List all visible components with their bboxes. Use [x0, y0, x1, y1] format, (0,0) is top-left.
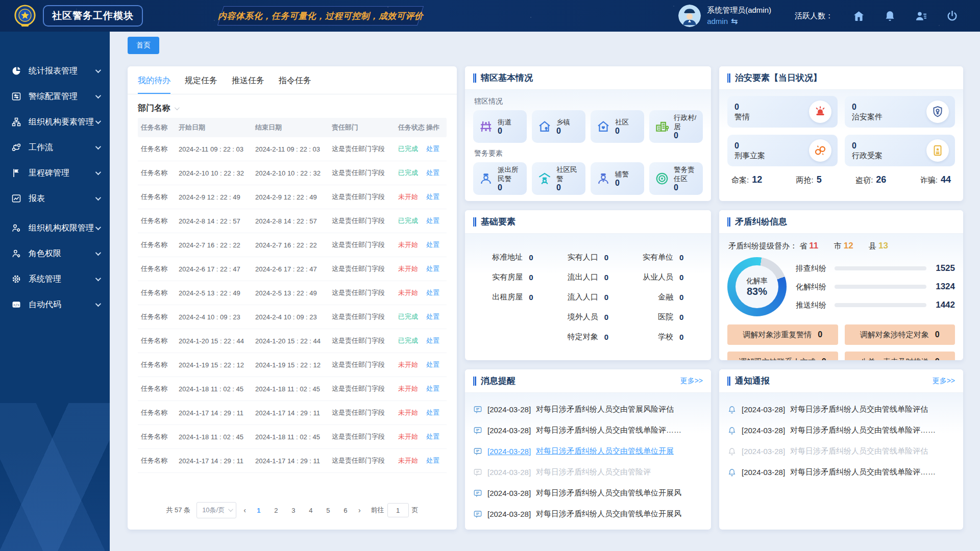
tab-home[interactable]: 首页 — [128, 37, 159, 54]
dispute-action-button[interactable]: 调解对象涉特定对象0 — [845, 324, 955, 345]
handle-link[interactable]: 处置 — [426, 384, 447, 393]
sidebar-item-system[interactable]: 系统管理 — [0, 266, 110, 292]
sidebar-item-org-elements[interactable]: 组织机构要素管理 — [0, 109, 110, 135]
user-zone: 系统管理员(admin) admin⇆ 活跃人数： — [678, 5, 980, 27]
kv-item: 从业人员0 — [626, 268, 701, 287]
tab-pushed-tasks[interactable]: 推送任务 — [232, 76, 264, 94]
page-number[interactable]: 6 — [340, 507, 351, 514]
slogan-banner: 内容体系化，任务可量化，过程可控制，成效可评价 — [217, 6, 424, 26]
status-badge: 未开始 — [398, 264, 426, 273]
total-count: 共 57 条 — [166, 506, 190, 515]
sidebar-item-workflow[interactable]: 工作流 — [0, 135, 110, 160]
handle-link[interactable]: 处置 — [426, 216, 447, 226]
sidebar-item-report[interactable]: 报表 — [0, 186, 110, 211]
notice-item[interactable]: [2024-03-28] 对每日涉矛盾纠纷人员交由管线单险评估 — [727, 441, 955, 462]
sidebar-item-org-permission[interactable]: 组织机构权限管理 — [0, 215, 110, 241]
dispute-bar: 化解纠纷 1324 — [796, 282, 955, 292]
notice-item[interactable]: [2024-03-28] 对每日涉矛盾纠纷人员交由管线单险评…… — [727, 420, 955, 441]
handle-link[interactable]: 处置 — [426, 432, 447, 441]
supervision-stat: 县 13 — [869, 241, 888, 250]
page-number[interactable]: 5 — [323, 507, 334, 514]
community-house-icon — [596, 119, 611, 134]
user-name[interactable]: admin⇆ — [707, 16, 771, 27]
bell-icon[interactable] — [884, 10, 896, 22]
status-badge: 已完成 — [398, 312, 426, 321]
table-row: 任务名称 2024-1-17 14 : 29 : 11 2024-1-17 14… — [138, 401, 447, 425]
goto-page-input[interactable] — [387, 503, 409, 517]
handle-link[interactable]: 处置 — [426, 312, 447, 321]
table-row: 任务名称 2024-2-7 16 : 22 : 22 2024-2-7 16 :… — [138, 233, 447, 257]
handle-link[interactable]: 处置 — [426, 264, 447, 273]
page-size-select[interactable]: 10条/页 — [197, 502, 236, 518]
bell-outline-icon — [727, 447, 737, 456]
handle-link[interactable]: 处置 — [426, 192, 447, 202]
notice-item[interactable]: [2024-03-28] 对每日涉矛盾纠纷人员交由管线单险评…… — [727, 462, 955, 483]
community-officer-icon — [537, 171, 552, 186]
avatar[interactable] — [678, 5, 701, 27]
status-badge: 未开始 — [398, 288, 426, 297]
message-item[interactable]: [2024-03-28] 对每日涉矛盾纠纷人员交由管线单位开展 — [473, 441, 703, 462]
message-item[interactable]: [2024-03-28] 对每日涉矛盾纠纷人员交由管线单位开展风 — [473, 504, 703, 524]
kv-item: 特定对象0 — [550, 328, 625, 346]
switch-user-icon[interactable]: ⇆ — [731, 16, 738, 27]
tab-regular-tasks[interactable]: 规定任务 — [185, 76, 217, 94]
dispute-action-button[interactable]: 调解双方缺联系人方式0 — [727, 352, 838, 360]
dispute-action-button[interactable]: 八单一表未及时推送0 — [845, 352, 955, 360]
message-bubble-icon — [473, 510, 482, 519]
next-page-button[interactable]: › — [357, 506, 362, 514]
handle-link[interactable]: 处置 — [426, 456, 447, 465]
task-tabs: 我的待办 规定任务 推送任务 指令任务 — [128, 66, 457, 94]
contacts-icon[interactable] — [915, 10, 927, 22]
table-row: 任务名称 2024-1-20 15 : 22 : 44 2024-1-20 15… — [138, 329, 447, 353]
table-row: 任务名称 2024-2-10 10 : 22 : 32 2024-2-10 10… — [138, 161, 447, 185]
page-number[interactable]: 3 — [288, 507, 299, 514]
handle-link[interactable]: 处置 — [426, 288, 447, 297]
kv-item: 流入人口0 — [550, 288, 625, 307]
page-number[interactable]: 1 — [253, 507, 264, 514]
sidebar-item-role-permission[interactable]: 角色权限 — [0, 241, 110, 266]
page-number[interactable]: 4 — [305, 507, 316, 514]
message-item[interactable]: [2024-03-28] 对每日涉矛盾纠纷人员交由管线单位开展风 — [473, 483, 703, 504]
bar-track — [835, 266, 926, 270]
handle-link[interactable]: 处置 — [426, 144, 447, 154]
chevron-down-icon — [95, 169, 101, 175]
message-item[interactable]: [2024-03-28] 对每日涉矛盾纠纷人员交由管展风险评估 — [473, 399, 703, 420]
kv-item: 标准地址0 — [475, 248, 550, 267]
stat-tile-auxiliary: 辅警0 — [591, 162, 644, 195]
message-item[interactable]: [2024-03-28] 对每日涉矛盾纠纷人员交由管线单险评…… — [473, 420, 703, 441]
logo-group: 社区警务工作模块 — [0, 4, 143, 28]
pie-chart-icon — [11, 66, 21, 76]
sidebar-item-statistics[interactable]: 统计报表管理 — [0, 58, 110, 84]
chevron-down-icon — [95, 144, 101, 149]
user-key-icon — [11, 248, 21, 259]
tab-command-tasks[interactable]: 指令任务 — [279, 76, 311, 94]
handle-link[interactable]: 处置 — [426, 240, 447, 249]
bell-outline-icon — [727, 426, 737, 435]
sidebar-item-milestone[interactable]: 里程碑管理 — [0, 160, 110, 186]
dept-filter[interactable]: 部门名称 — [128, 94, 457, 118]
page-number[interactable]: 2 — [271, 507, 282, 514]
tab-my-todo[interactable]: 我的待办 — [138, 76, 170, 94]
basic-elements-panel: 基础要素 标准地址0 实有房屋0 出租房屋0 — [465, 210, 711, 360]
report-chart-icon — [11, 193, 21, 204]
handle-link[interactable]: 处置 — [426, 336, 447, 345]
handle-link[interactable]: 处置 — [426, 360, 447, 369]
notice-item[interactable]: [2024-03-28] 对每日涉矛盾纠纷人员交由管线单险评估 — [727, 399, 955, 420]
message-item[interactable]: [2024-03-28] 对每日涉矛盾纠纷人员交由管险评 — [473, 462, 703, 483]
prev-page-button[interactable]: ‹ — [242, 506, 247, 514]
chevron-down-icon — [95, 118, 101, 124]
panel-title: 消息提醒 — [481, 375, 516, 387]
handle-link[interactable]: 处置 — [426, 168, 447, 178]
kv-item: 出租房屋0 — [475, 288, 550, 307]
dispute-action-button[interactable]: 调解对象涉重复警情0 — [727, 324, 838, 345]
handle-link[interactable]: 处置 — [426, 408, 447, 417]
title-marker — [473, 217, 476, 227]
power-icon[interactable] — [946, 10, 959, 22]
home-icon[interactable] — [852, 10, 865, 22]
supervision-line: 矛盾纠纷提级督办： 省 11 市 12 县 13 — [728, 241, 955, 251]
message-bubble-icon — [473, 447, 482, 456]
more-link[interactable]: 更多>> — [933, 377, 955, 386]
more-link[interactable]: 更多>> — [680, 377, 703, 386]
sidebar-item-autocode[interactable]: </> 自动代码 — [0, 292, 110, 317]
sidebar-item-police-config[interactable]: 警综配置管理 — [0, 84, 110, 109]
